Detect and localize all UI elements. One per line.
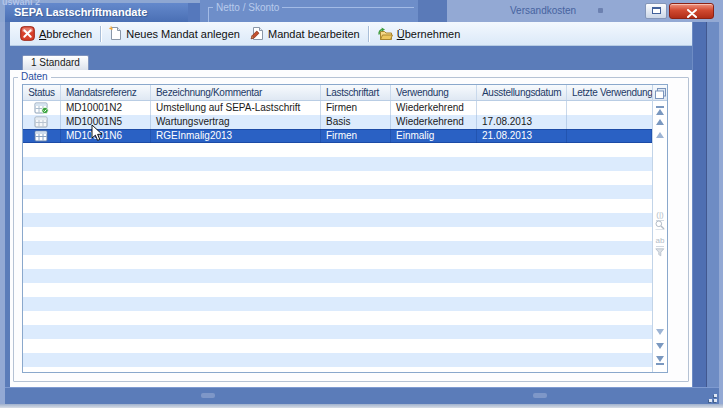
lastschriftart-cell: Firmen [321,129,391,143]
filter-button[interactable] [653,243,667,261]
last-row-icon [656,363,664,365]
grid-side-toolbar: (|) ab [652,85,667,372]
resize-notch [533,393,547,398]
lastschriftart-cell: Basis [321,115,391,129]
empty-grid-stripe [23,367,652,373]
empty-grid-stripe [23,283,652,297]
ausstellungsdatum-cell: 17.08.2013 [477,115,567,129]
dialog-title: SEPA Lastschriftmandate [14,6,147,18]
background-block [188,3,200,22]
tab-strip: 1 Standard [10,46,692,70]
column-chooser-button[interactable] [653,85,667,101]
tab-standard[interactable]: 1 Standard [22,55,89,70]
edit-mandate-button-label: Mandat bearbeiten [268,28,360,40]
empty-grid-stripe [23,339,652,353]
go-to-first-row-button[interactable] [653,105,667,115]
ausstellungsdatum-cell: 21.08.2013 [477,129,567,143]
small-indicator-dot [598,8,603,13]
copy-columns-icon [655,88,666,99]
status-cell [23,101,61,115]
empty-grid-stripe [23,227,652,241]
empty-grid-stripe [23,171,652,185]
abort-button[interactable]: Abbrechen [15,24,97,43]
scroll-up-button[interactable] [653,119,667,125]
grid-empty-stripes [23,143,652,372]
mandate-row[interactable]: MD10001N5 Wartungsvertrag Basis Wiederke… [23,115,652,129]
verwendung-cell: Einmalig [391,129,477,143]
toolbar-separator [100,26,101,42]
mandatsreferenz-cell: MD10001N2 [61,101,151,115]
empty-grid-stripe [23,199,652,213]
column-header-letzte-verwendung[interactable]: Letzte Verwendung [567,85,652,100]
mandate-active-icon [34,102,49,114]
empty-grid-stripe [23,325,652,339]
column-header-ausstellungsdatum[interactable]: Ausstellungsdatum [477,85,567,100]
window-border-right[interactable] [706,22,719,387]
mandate-selected-icon [34,130,49,142]
apply-button-label: Übernehmen [397,28,461,40]
bezeichnung-cell: Umstellung auf SEPA-Lastschrift [151,101,321,115]
row-up-button[interactable] [653,132,667,138]
toolbar: Abbrechen Neues Mandat anlegen Mandat be… [10,22,692,46]
mandate-plain-icon [34,116,49,128]
mandate-row-selected[interactable]: MD10001N6 RGEInmalig2013 Firmen Einmalig… [23,129,652,143]
restore-icon [652,7,661,14]
apply-button[interactable]: Übernehmen [372,25,466,43]
resize-grip[interactable] [705,390,717,402]
background-text-fragment: uswahl 2 [2,0,40,7]
empty-grid-stripe [23,213,652,227]
verwendung-cell: Wiederkehrend [391,115,477,129]
abort-button-label: Abbrechen [39,28,92,40]
new-document-icon [109,26,122,41]
ausstellungsdatum-cell [477,101,567,115]
letzte-verwendung-cell [567,115,652,129]
empty-grid-stripe [23,157,652,171]
column-header-status[interactable]: Status [23,85,61,100]
bezeichnung-cell: Wartungsvertrag [151,115,321,129]
mandatsreferenz-cell: MD10001N5 [61,115,151,129]
window-border-bottom[interactable] [5,387,719,404]
window-border-right-inner [692,22,706,387]
mandates-grid: Status Mandatsreferenz Bezeichnung/Komme… [22,84,668,373]
grid-header: Status Mandatsreferenz Bezeichnung/Komme… [23,85,652,101]
empty-grid-stripe [23,255,652,269]
netto-skonto-label: Netto / Skonto [213,2,282,13]
new-mandate-button-label: Neues Mandat anlegen [126,28,240,40]
bezeichnung-cell: RGEInmalig2013 [151,129,321,143]
mouse-cursor [91,124,104,142]
arrow-up-icon [656,119,664,125]
column-header-lastschriftart[interactable]: Lastschriftart [321,85,391,100]
tab-page: Daten Status Mandatsreferenz Bezeichnung… [10,70,692,387]
column-header-mandatsreferenz[interactable]: Mandatsreferenz [61,85,151,100]
empty-grid-stripe [23,353,652,367]
scroll-down-button[interactable] [653,343,667,349]
mandatsreferenz-cell: MD10001N6 [61,129,151,143]
apply-icon [377,27,393,41]
empty-grid-stripe [23,241,652,255]
new-mandate-button[interactable]: Neues Mandat anlegen [104,24,245,43]
column-header-verwendung[interactable]: Verwendung [391,85,477,100]
row-down-button[interactable] [653,329,667,335]
letzte-verwendung-cell [567,129,652,143]
close-icon [686,9,698,18]
edit-document-icon [250,26,264,41]
column-header-bezeichnung[interactable]: Bezeichnung/Kommentar [151,85,321,100]
restore-window-button[interactable] [645,3,667,19]
background-netto-skonto-area: Netto / Skonto [200,0,418,22]
close-window-button[interactable] [669,3,714,19]
empty-grid-stripe [23,311,652,325]
go-to-last-row-button[interactable] [653,356,667,366]
netto-skonto-groupbox: Netto / Skonto [208,7,414,22]
daten-groupbox-label: Daten [18,71,51,82]
empty-grid-stripe [23,297,652,311]
screen: Netto / Skonto Versandkosten uswahl 2 SE… [0,0,723,408]
resize-notch [201,393,215,398]
edit-mandate-button[interactable]: Mandat bearbeiten [245,24,365,43]
verwendung-cell: Wiederkehrend [391,101,477,115]
arrow-up-icon [656,132,664,138]
status-cell [23,129,61,143]
mandate-row[interactable]: MD10001N2 Umstellung auf SEPA-Lastschrif… [23,101,652,115]
toolbar-separator [368,26,369,42]
screen-edge [0,404,723,408]
arrow-up-icon [656,109,664,115]
